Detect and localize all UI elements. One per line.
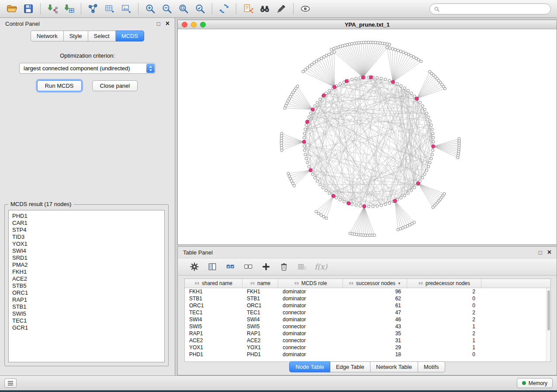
column-header-predecessor-nodes[interactable]: predecessor nodes [407,279,481,288]
mcds-result-item[interactable]: SWI4 [9,248,164,254]
table-row[interactable]: ACE2ACE2connector311 [185,337,550,344]
mcds-result-item[interactable]: SWI5 [9,310,164,317]
select-all-button[interactable] [225,261,235,272]
close-panel-icon[interactable]: × [166,20,170,27]
cell-shared-name: SWI4 [185,316,242,323]
run-mcds-button[interactable]: Run MCDS [37,80,82,91]
save-session-button[interactable] [20,2,37,16]
cell-MCDS-role: dominator [278,351,343,358]
import-network-icon [47,3,58,14]
search-box[interactable] [429,3,551,14]
function-builder-button[interactable]: f(x) [315,262,327,271]
mcds-result-item[interactable]: RAP1 [9,296,164,303]
mcds-result-list[interactable]: PHD1CAR1STP4TID3YOX1SWI4SRD1PMA2FKH1ACE2… [8,210,165,362]
cell-predecessor-nodes: 2 [407,309,481,316]
column-header-name[interactable]: name [242,279,278,288]
import-table-button[interactable] [61,2,77,16]
mcds-result-item[interactable]: TID3 [9,234,164,241]
copy-document-button[interactable] [240,2,256,16]
new-network-button[interactable] [85,2,101,16]
mcds-result-item[interactable]: GCR1 [9,324,164,331]
cell-successor-nodes: 62 [343,296,407,302]
binoculars-button[interactable] [256,2,273,16]
column-header-shared-name[interactable]: shared name [185,279,242,288]
tab-node-table[interactable]: Node Table [289,361,330,372]
tab-motifs[interactable]: Motifs [418,361,445,372]
copy-document-icon [242,3,254,14]
table-row[interactable]: RAP1RAP1dominator352 [185,330,550,337]
style-brush-button[interactable] [273,2,290,16]
criterion-select[interactable]: largest connected component (undirected) [19,63,156,74]
table-panel-title: Table Panel [183,249,213,256]
clear-selection-button[interactable] [243,261,253,272]
float-table-panel-icon[interactable]: □ [539,250,542,255]
tab-network[interactable]: Network [31,31,64,41]
column-label: shared name [202,280,232,286]
close-table-panel-icon[interactable]: × [547,249,551,256]
maximize-window-icon[interactable] [200,22,206,28]
zoom-selected-button[interactable] [192,2,208,16]
delete-row-button[interactable] [279,261,289,272]
cell-successor-nodes: 35 [343,330,407,337]
table-row[interactable]: SWI4SWI4dominator462 [185,316,550,323]
tab-select[interactable]: Select [88,31,116,41]
table-row[interactable]: ORC1ORC1dominator610 [185,302,550,309]
open-file-button[interactable] [3,2,20,16]
zoom-fit-button[interactable] [175,2,192,16]
tab-network-table[interactable]: Network Table [370,361,418,372]
cell-MCDS-role: dominator [278,316,343,323]
column-header-MCDS-role[interactable]: MCDS role [278,279,343,288]
network-canvas[interactable] [178,29,557,244]
column-label: MCDS role [301,280,327,286]
new-table-button[interactable] [101,2,118,16]
hide-columns-button[interactable] [297,261,307,272]
mcds-result-item[interactable]: SRD1 [9,254,164,261]
scrollbar-thumb[interactable] [547,290,550,330]
column-header-successor-nodes[interactable]: successor nodes▼ [343,279,407,288]
table-row[interactable]: STB1STB1dominator620 [185,295,550,302]
mcds-result-item[interactable]: STB5 [9,282,164,289]
mcds-result-item[interactable]: ACE2 [9,275,164,282]
minimize-window-icon[interactable] [191,22,197,28]
add-row-button[interactable] [261,261,271,272]
mcds-result-item[interactable]: PMA2 [9,261,164,268]
search-input[interactable] [443,6,547,12]
zoom-in-button[interactable] [142,2,159,16]
table-row[interactable]: PHD1PHD1dominator180 [185,351,550,358]
window-traffic-lights [182,22,206,28]
table-row[interactable]: TEC1TEC1connector472 [185,309,550,316]
table-scrollbar[interactable] [546,288,550,361]
table-row[interactable]: YOX1YOX1connector291 [185,344,550,351]
network-view-window: YPA_prune.txt_1 [177,20,557,245]
export-image-button[interactable] [118,2,135,16]
table-row[interactable]: SWI5SWI5connector431 [185,323,550,330]
import-network-button[interactable] [44,2,61,16]
mcds-result-item[interactable]: CAR1 [9,220,164,227]
refresh-button[interactable] [216,2,232,16]
mcds-result-item[interactable]: YOX1 [9,241,164,248]
cell-predecessor-nodes: 1 [407,337,481,344]
eye-button[interactable] [297,2,314,16]
tab-edge-table[interactable]: Edge Table [330,361,370,372]
settings-gear-button[interactable] [189,261,200,272]
task-history-button[interactable] [4,378,17,388]
tab-style[interactable]: Style [64,31,88,41]
mcds-result-item[interactable]: TEC1 [9,317,164,324]
mcds-result-item[interactable]: PHD1 [9,213,164,220]
zoom-fit-icon [178,3,189,14]
cell-name: ACE2 [242,337,278,344]
mcds-result-item[interactable]: STB1 [9,303,164,310]
float-panel-icon[interactable]: □ [157,21,160,27]
mcds-result-item[interactable]: ORC1 [9,289,164,296]
column-layout-button[interactable] [207,261,218,272]
close-panel-button[interactable]: Close panel [92,80,138,91]
memory-label: Memory [529,380,547,386]
memory-button[interactable]: Memory [517,378,553,388]
table-row[interactable]: FKH1FKH1dominator962 [185,288,550,295]
mcds-result-item[interactable]: STP4 [9,227,164,234]
close-window-icon[interactable] [182,22,187,28]
mcds-result-item[interactable]: FKH1 [9,268,164,275]
tab-mcds[interactable]: MCDS [116,31,144,41]
zoom-out-button[interactable] [159,2,175,16]
column-grid-icon [294,281,299,286]
